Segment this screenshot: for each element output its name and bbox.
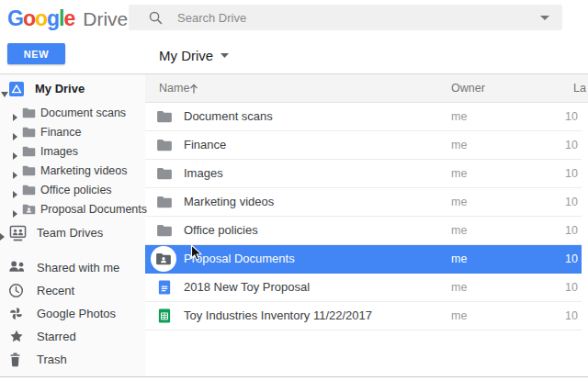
product-name: Drive: [83, 8, 128, 29]
file-row[interactable]: Finance me 10: [145, 131, 582, 160]
folder-icon: [156, 139, 173, 155]
file-row[interactable]: Office policies me 10: [145, 217, 582, 245]
top-bar: GoogleDrive: [0, 0, 588, 37]
file-table: Name Owner La Document scans me 10: [145, 74, 588, 331]
sidebar: My Drive Document scans Finance: [0, 74, 145, 376]
file-last-modified: 10: [565, 188, 578, 216]
drive-icon: [9, 82, 24, 99]
expand-arrow-icon[interactable]: [13, 129, 17, 143]
folder-icon: [22, 127, 36, 140]
sidebar-item-my-drive[interactable]: My Drive: [0, 74, 145, 104]
sidebar-folder-item[interactable]: Marketing videos: [0, 162, 145, 181]
folder-icon: [22, 146, 36, 160]
chevron-down-icon: [220, 53, 229, 58]
sidebar-folder-label: Document scans: [40, 104, 126, 123]
file-row[interactable]: Marketing videos me 10: [145, 188, 582, 217]
file-list: Document scans me 10 Finance me 10: [145, 103, 588, 331]
sidebar-folder-item[interactable]: Finance: [0, 123, 145, 142]
sidebar-item-team-drives[interactable]: Team Drives: [0, 221, 145, 245]
photos-icon: [8, 306, 24, 324]
file-last-modified: 10: [565, 131, 578, 159]
shared-folder-avatar: [151, 246, 176, 272]
file-last-modified: 10: [565, 274, 578, 301]
clock-icon: [8, 283, 24, 301]
file-owner: me: [451, 302, 467, 330]
logo-letter: o: [23, 6, 35, 30]
sidebar-folder-label: Finance: [40, 123, 81, 142]
column-header-owner[interactable]: Owner: [451, 74, 485, 102]
trash-icon: [8, 352, 22, 370]
file-owner: me: [451, 217, 467, 244]
logo-letter: o: [35, 6, 47, 30]
file-row[interactable]: Images me 10: [145, 160, 582, 188]
folder-icon: [22, 165, 36, 179]
sidebar-item-recent[interactable]: Recent: [0, 279, 145, 302]
sidebar-folder-item[interactable]: Proposal Documents: [0, 200, 145, 219]
sidebar-folder-item[interactable]: Office policies: [0, 181, 145, 200]
collapse-arrow-icon[interactable]: [1, 86, 8, 100]
google-sheets-icon: [158, 308, 171, 327]
column-header-last-modified[interactable]: La: [573, 74, 586, 102]
search-bar[interactable]: [129, 5, 562, 30]
file-name: Office policies: [184, 217, 258, 244]
sidebar-my-drive-label: My Drive: [35, 74, 85, 104]
sidebar-folder-label: Marketing videos: [40, 162, 128, 181]
expand-arrow-icon[interactable]: [13, 207, 17, 220]
sidebar-team-drives-label: Team Drives: [37, 221, 103, 245]
sort-ascending-arrow-icon[interactable]: [189, 84, 198, 96]
file-owner: me: [451, 131, 467, 159]
sidebar-item-trash[interactable]: Trash: [0, 348, 145, 371]
sidebar-folder-item[interactable]: Document scans: [0, 104, 145, 123]
sidebar-item-shared-with-me[interactable]: Shared with me: [0, 256, 145, 279]
folder-icon: [156, 167, 173, 184]
file-name: Proposal Documents: [184, 245, 295, 273]
folder-icon: [156, 110, 173, 127]
sidebar-folder-list: Document scans Finance Images: [0, 104, 145, 219]
file-row[interactable]: Document scans me 10: [145, 103, 582, 131]
expand-arrow-icon[interactable]: [13, 187, 17, 201]
file-last-modified: 10: [565, 160, 578, 187]
sidebar-folder-label: Proposal Documents: [40, 200, 147, 219]
column-header-name[interactable]: Name: [159, 74, 189, 102]
breadcrumb-my-drive[interactable]: My Drive: [159, 37, 229, 73]
sidebar-google-photos-label: Google Photos: [37, 302, 116, 325]
file-name: Marketing videos: [184, 188, 274, 216]
file-name: Toy Industries Inventory 11/22/2017: [184, 302, 372, 330]
logo-letter: G: [7, 6, 23, 30]
search-options-caret-icon[interactable]: [540, 16, 549, 20]
new-button[interactable]: NEW: [7, 43, 65, 64]
sidebar-shared-with-me-label: Shared with me: [37, 256, 119, 279]
sidebar-folder-label: Office policies: [40, 181, 112, 200]
window-bottom-border: [0, 376, 588, 377]
sidebar-folder-item[interactable]: Images: [0, 142, 145, 162]
sidebar-folder-label: Images: [40, 142, 78, 162]
expand-arrow-icon[interactable]: [13, 168, 17, 182]
expand-arrow-icon[interactable]: [13, 149, 17, 162]
file-row[interactable]: Toy Industries Inventory 11/22/2017 me 1…: [145, 302, 582, 331]
file-name: Finance: [184, 131, 226, 159]
file-row[interactable]: Proposal Documents me 10: [145, 245, 582, 274]
logo-letter: g: [47, 6, 59, 30]
expand-arrow-icon[interactable]: [0, 230, 5, 243]
search-input[interactable]: [177, 11, 540, 25]
sidebar-item-starred[interactable]: Starred: [0, 325, 145, 348]
file-owner: me: [451, 103, 467, 130]
file-row[interactable]: 2018 New Toy Proposal me 10: [145, 274, 582, 302]
search-icon: [148, 10, 164, 26]
google-drive-logo[interactable]: GoogleDrive: [7, 0, 128, 37]
expand-arrow-icon[interactable]: [13, 110, 17, 124]
google-docs-icon: [158, 280, 171, 298]
file-owner: me: [451, 274, 467, 301]
shared-folder-icon: [22, 204, 36, 218]
file-owner: me: [451, 188, 467, 216]
file-last-modified: 10: [565, 217, 578, 244]
file-last-modified: 10: [565, 302, 578, 330]
file-last-modified: 10: [565, 103, 578, 130]
sidebar-item-google-photos[interactable]: Google Photos: [0, 302, 145, 325]
folder-icon: [22, 185, 36, 198]
file-name: Images: [184, 160, 223, 187]
folder-icon: [156, 224, 173, 241]
file-name: Document scans: [184, 103, 273, 130]
team-drives-icon: [9, 225, 27, 244]
star-icon: [8, 329, 25, 347]
